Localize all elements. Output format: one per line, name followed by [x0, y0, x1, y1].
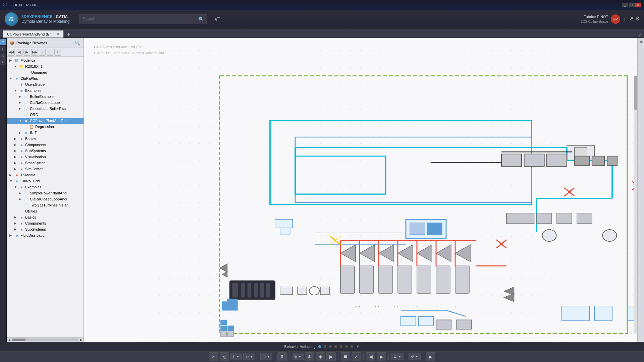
scroll-track[interactable] — [12, 339, 78, 341]
paste-button[interactable]: ⎗▼ — [230, 353, 242, 360]
prev-button[interactable]: ◀ — [366, 352, 375, 361]
rotate-combo[interactable]: ↻▼ — [292, 353, 304, 360]
expand-icon[interactable]: ⤢ — [638, 33, 641, 38]
close-button[interactable]: ✕ — [635, 3, 641, 7]
tree-node-modelica[interactable]: ▶ M Modelica — [7, 57, 84, 63]
search-input[interactable] — [83, 17, 198, 21]
toggle-components[interactable]: ▶ — [14, 143, 19, 146]
play-button[interactable]: ▶ — [326, 352, 336, 361]
tree-node-examples-grid[interactable]: ▼ ■ Examples — [7, 184, 84, 190]
behavior-dot-4[interactable] — [334, 345, 337, 348]
toggle-subsystems[interactable]: ▶ — [14, 149, 19, 153]
toggle-subsystems-grid[interactable]: ▶ — [14, 228, 19, 231]
tree-node-utilities[interactable]: Utilities — [7, 208, 84, 214]
toggle-tsmedia[interactable]: ▶ — [9, 173, 14, 177]
tree-node-claragrid[interactable]: ▼ ● ClaRa_Grid — [7, 178, 84, 184]
toggle-staticcycles[interactable]: ▶ — [14, 161, 19, 165]
toggle-claragrid[interactable]: ▼ — [9, 179, 14, 183]
tree-node-simcenter[interactable]: ▶ ■ SimCenter — [7, 166, 84, 172]
tree-node-components-grid[interactable]: ▶ ■ Components — [7, 220, 84, 226]
cut-button[interactable]: ✂ — [209, 352, 218, 361]
tree-node-claraclosedloop[interactable]: ▶ 📄 ClaRaClosedLoop — [7, 100, 84, 106]
vtab-tree[interactable]: T — [0, 39, 6, 45]
behavior-dot-5[interactable] — [340, 345, 342, 348]
refresh-combo[interactable]: ↺▼ — [409, 353, 421, 360]
snap-button[interactable]: ⊞▼ — [260, 353, 272, 360]
active-tab[interactable]: CCPowerPlantAndGrid (En... ✕ — [3, 30, 64, 38]
tree-node-subsystems-grid[interactable]: ▶ ■ SubSystems — [7, 226, 84, 232]
tree-node-staticcycles[interactable]: ▶ ■ StaticCycles — [7, 160, 84, 166]
toggle-visualisation[interactable]: ▶ — [14, 155, 19, 159]
toolbar-btn-up[interactable]: ↑ — [39, 49, 46, 56]
toggle-ccpowerplant[interactable]: ▼ — [19, 119, 23, 122]
bookmark-icon[interactable]: 🏷 — [214, 15, 222, 23]
toggle-init[interactable]: ▶ — [19, 131, 23, 134]
scroll-right-btn[interactable]: ▶ — [79, 338, 84, 342]
tree-node-basics-grid[interactable]: ▶ ■ Basics — [7, 214, 84, 220]
zoom-button[interactable]: ⊕ — [305, 352, 314, 361]
toolbar-btn-last[interactable]: ▶▶ — [31, 49, 38, 56]
toggle-claraclosedloopandl[interactable]: ▶ — [19, 197, 23, 201]
toggle-simcenter[interactable]: ▶ — [14, 167, 19, 171]
tree-node-subsystems[interactable]: ▶ ■ SubSystems — [7, 148, 84, 154]
tree-node-visualisation[interactable]: ▶ ■ Visualisation — [7, 154, 84, 160]
copy-button[interactable]: ⎘ — [220, 352, 229, 361]
toggle-modelica[interactable]: ▶ — [9, 59, 14, 62]
toggle-boilerexample[interactable]: ▶ — [19, 95, 23, 98]
toggle-r2018x1[interactable]: ▼ — [14, 65, 19, 68]
toolbar-btn-prev[interactable]: ◀ — [16, 49, 22, 56]
undo-button[interactable]: ↩▼ — [243, 353, 255, 360]
panel-search-button[interactable]: 🔍 — [74, 40, 81, 46]
vtab-history[interactable]: H — [0, 59, 6, 65]
tab-close-icon[interactable]: ✕ — [57, 32, 59, 36]
tree-node-closedloopboiler[interactable]: ▶ 📄 ClosedLoopBoilerExam — [7, 106, 84, 112]
right-collapse-panel[interactable]: ◀ — [637, 38, 644, 342]
tree-node-examples[interactable]: ▼ ■ Examples — [7, 87, 84, 94]
tree-node-orc[interactable]: 📄 ORC — [7, 112, 84, 118]
tree-node-tsmedia[interactable]: ▶ ● TSMedia — [7, 172, 84, 178]
toggle-components-grid[interactable]: ▶ — [14, 222, 19, 225]
share-icon[interactable]: ↗ — [629, 15, 633, 23]
tree-node-init[interactable]: ▶ ■ INIT — [7, 130, 84, 136]
behavior-dot-3[interactable] — [329, 345, 332, 348]
minimize-button[interactable]: _ — [622, 3, 628, 7]
toggle-examples-grid[interactable]: ▼ — [14, 185, 19, 189]
tree-node-twogasturbines[interactable]: 📄 TwoGasTurbinesInIslar — [7, 202, 84, 208]
settings-icon[interactable]: ⚙ — [635, 15, 640, 23]
toggle-closedloopboiler[interactable]: ▶ — [19, 107, 23, 110]
tree-node-fluiddissipation[interactable]: ▶ ■ FluidDissipation — [7, 232, 84, 238]
toggle-simplepowerplant[interactable]: ▶ — [19, 191, 23, 195]
toggle-claraclosedloop[interactable]: ▶ — [19, 101, 23, 104]
tree-node-basics[interactable]: ▶ ■ Basics — [7, 136, 84, 142]
scroll-left-btn[interactable]: ◀ — [7, 338, 11, 342]
next-button[interactable]: ▶ — [377, 352, 386, 361]
toolbar-btn-first[interactable]: ◀◀ — [8, 49, 15, 56]
tree-node-simplepowerplant[interactable]: ▶ 📄 SimplePowerPlantAnd — [7, 190, 84, 196]
fit-button[interactable]: ◈ — [316, 352, 325, 361]
behavior-dot-1[interactable] — [318, 345, 321, 348]
tree-node-r2018x1[interactable]: ▼ 📁 R2018X_1 — [7, 63, 84, 69]
add-icon[interactable]: + — [623, 15, 627, 23]
tree-node-claraclosedloopandl[interactable]: ▶ 📄 ClaRaClosedLoopAndl — [7, 196, 84, 202]
toggle-examples[interactable]: ▼ — [14, 89, 19, 92]
tree-node-components[interactable]: ▶ ■ Components — [7, 142, 84, 148]
toolbar-btn-bookmark[interactable]: ★ — [54, 49, 61, 56]
toggle-basics[interactable]: ▶ — [14, 137, 19, 140]
tree-node-claraplus[interactable]: ▼ ● ClaRaPlus — [7, 75, 84, 81]
toggle-fluiddissipation[interactable]: ▶ — [9, 234, 14, 237]
vtab-search[interactable]: S — [0, 53, 6, 59]
tree-node-boilerexample[interactable]: ▶ 📄 BoilerExample — [7, 94, 84, 100]
toolbar-btn-next[interactable]: ▶ — [23, 49, 30, 56]
more-button[interactable]: ▶ — [426, 352, 435, 361]
vtab-props[interactable]: P — [0, 46, 6, 52]
maximize-button[interactable]: □ — [629, 3, 635, 7]
user-avatar[interactable]: FP — [611, 14, 620, 24]
behavior-dropdown-arrow[interactable]: ▼ — [356, 344, 360, 349]
behavior-dot-7[interactable] — [351, 345, 353, 348]
behavior-dot-6[interactable] — [345, 345, 348, 348]
tree-node-ccpowerplant[interactable]: ▼ ■ CCPowerPlantAndGrid — [7, 118, 84, 124]
simulate-combo[interactable]: ⚙▼ — [391, 353, 404, 360]
upload-button[interactable]: ⬆ — [277, 352, 287, 361]
toolbar-btn-down[interactable]: ↓ — [47, 49, 53, 56]
validate-button[interactable]: ✓ — [352, 352, 361, 361]
